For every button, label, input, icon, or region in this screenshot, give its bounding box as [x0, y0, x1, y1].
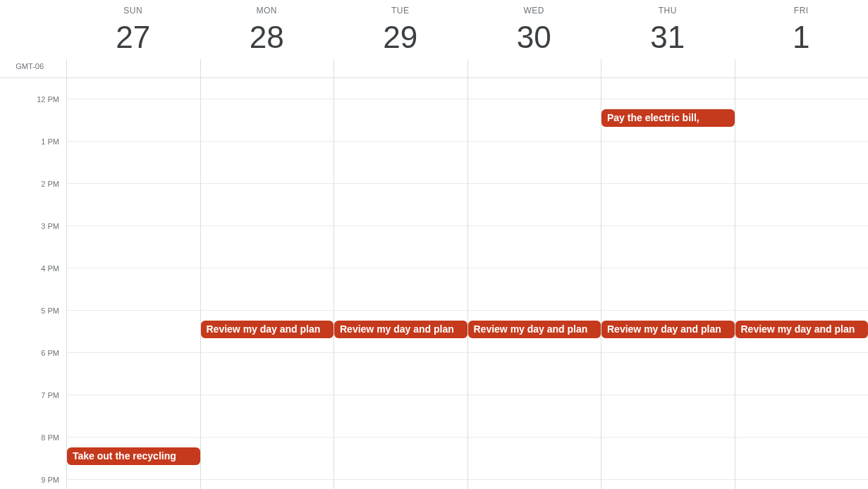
calendar-event[interactable]: Take out the recycling: [67, 447, 200, 465]
hour-label: 8 PM: [0, 433, 66, 442]
day-column[interactable]: Review my day and plan: [467, 59, 601, 489]
day-column[interactable]: Review my day and plan: [200, 59, 334, 489]
day-column[interactable]: Review my day and plan: [334, 59, 467, 489]
day-of-week-label: THU: [601, 6, 735, 16]
day-of-week-label: FRI: [735, 6, 869, 16]
day-number[interactable]: 27: [116, 20, 150, 55]
day-columns: Take out the recyclingReview my day and …: [66, 59, 868, 489]
calendar-event[interactable]: Review my day and plan: [468, 321, 601, 338]
day-number[interactable]: 28: [250, 20, 284, 55]
hour-label: 1 PM: [0, 137, 66, 146]
day-column[interactable]: Pay the electric bill,Review my day and …: [601, 59, 735, 489]
hour-label: 7 PM: [0, 391, 66, 400]
timezone-label: GMT-06: [0, 62, 49, 70]
day-of-week-label: WED: [467, 6, 601, 16]
day-of-week-label: SUN: [66, 6, 200, 16]
hour-label: 2 PM: [0, 180, 66, 188]
day-number[interactable]: 30: [517, 20, 551, 55]
hour-label: 3 PM: [0, 222, 66, 230]
calendar-event[interactable]: Review my day and plan: [334, 321, 467, 338]
day-column[interactable]: Take out the recycling: [66, 59, 200, 489]
calendar-event[interactable]: Pay the electric bill,: [601, 109, 735, 127]
day-of-week-label: TUE: [334, 6, 467, 16]
calendar-event[interactable]: Review my day and plan: [601, 321, 735, 338]
hour-label: 6 PM: [0, 349, 66, 357]
hour-label: 4 PM: [0, 264, 66, 273]
hour-label: 5 PM: [0, 307, 66, 315]
hour-label: 12 PM: [0, 95, 66, 104]
hour-label: 9 PM: [0, 476, 66, 484]
day-number[interactable]: 1: [793, 20, 809, 55]
day-number[interactable]: 29: [383, 20, 417, 55]
day-column[interactable]: Review my day and plan: [735, 59, 869, 489]
day-of-week-label: MON: [200, 6, 334, 16]
calendar-event[interactable]: Review my day and plan: [735, 321, 869, 338]
day-number[interactable]: 31: [650, 20, 685, 55]
calendar-week-view: GMT-06 SUN27MON28TUE29WED30THU31FRI1 12 …: [0, 0, 868, 489]
calendar-event[interactable]: Review my day and plan: [201, 321, 334, 338]
